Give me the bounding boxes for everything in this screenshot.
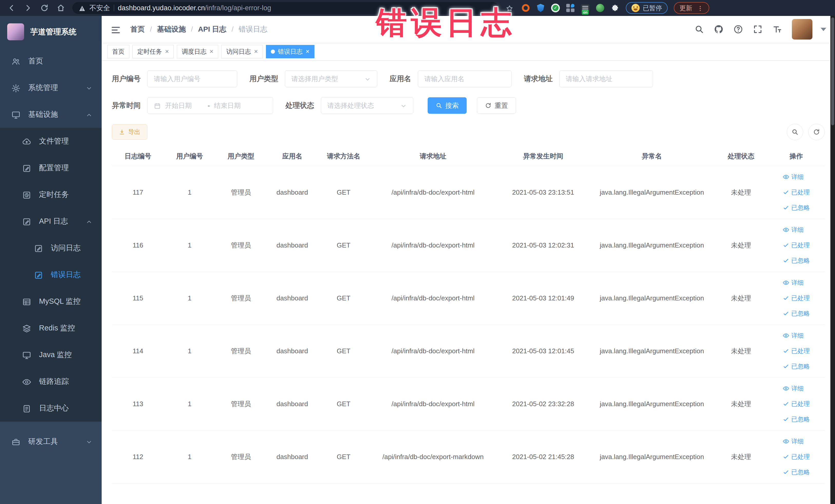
fullscreen-icon[interactable] (753, 24, 762, 34)
green-check-extension-icon[interactable]: ✓ (551, 3, 560, 13)
scrollbar-thumb[interactable] (831, 18, 834, 125)
detail-link[interactable]: 详细 (782, 173, 804, 181)
avatar-caret-down-icon[interactable] (821, 28, 826, 31)
blue-shield-extension-icon[interactable] (536, 3, 545, 13)
browser-update-badge[interactable]: 更新 (674, 2, 709, 14)
request-url-input[interactable] (559, 70, 653, 87)
tab-error-log[interactable]: 错误日志 (266, 45, 314, 58)
security-warning-icon[interactable] (79, 4, 86, 12)
tab-schedule-log[interactable]: 调度日志 (177, 45, 218, 58)
table-row: 117 1 管理员 dashboard GET /api/infra/db-do… (112, 166, 825, 219)
detail-link[interactable]: 详细 (782, 331, 804, 340)
sidebar-item-redis-monitor[interactable]: Redis 监控 (0, 315, 102, 341)
user-id-input[interactable] (147, 70, 237, 87)
cell-log-id: 112 (112, 430, 164, 483)
detail-link[interactable]: 详细 (782, 279, 804, 287)
paused-profile-badge[interactable]: 已暂停 (626, 2, 668, 14)
sidebar-item-scheduled-jobs[interactable]: 定时任务 (0, 181, 102, 208)
user-type-select[interactable]: 请选择用户类型 (285, 70, 377, 87)
table-header-row: 日志编号用户编号用户类型应用名请求方法名请求地址异常发生时间异常名处理状态操作 (112, 147, 825, 166)
close-icon[interactable] (254, 47, 258, 56)
browser-home-button[interactable] (55, 2, 67, 14)
sidebar-item-mysql-monitor[interactable]: MySQL 监控 (0, 288, 102, 315)
sidebar-item-system-mgmt[interactable]: 系统管理 (0, 75, 102, 101)
mark-ignored-link[interactable]: 已忽略 (782, 309, 810, 318)
font-size-icon[interactable] (772, 24, 782, 34)
browser-forward-button[interactable] (22, 2, 34, 14)
tab-home[interactable]: 首页 (107, 45, 129, 58)
grid-extension-icon[interactable] (566, 3, 575, 13)
column-header: 处理状态 (714, 147, 768, 166)
export-button[interactable]: 导出 (112, 124, 147, 140)
tab-scheduled-jobs[interactable]: 定时任务 (133, 45, 174, 58)
mark-ignored-link[interactable]: 已忽略 (782, 468, 810, 476)
detail-link[interactable]: 详细 (782, 437, 804, 445)
start-date-input[interactable] (165, 102, 204, 109)
process-status-select[interactable]: 请选择处理状态 (321, 97, 413, 114)
sidebar-item-dev-tools[interactable]: 研发工具 (0, 428, 102, 455)
cell-log-id: 113 (112, 378, 164, 430)
mark-ignored-link[interactable]: 已忽略 (782, 204, 810, 212)
sidebar-item-infrastructure[interactable]: 基础设施 (0, 101, 102, 128)
hamburger-icon[interactable] (110, 23, 121, 36)
user-avatar[interactable] (792, 19, 812, 40)
mark-processed-link[interactable]: 已处理 (782, 294, 810, 302)
search-button[interactable]: 搜索 (428, 97, 467, 114)
browser-back-button[interactable] (5, 2, 18, 14)
close-icon[interactable] (209, 47, 213, 56)
people-icon (11, 56, 21, 66)
mark-processed-link[interactable]: 已处理 (782, 400, 810, 408)
sidebar-item-api-log[interactable]: API 日志 (0, 208, 102, 235)
app-logo-row[interactable]: 芋道管理系统 (0, 16, 102, 48)
sidebar-bottom-section: 研发工具 (0, 422, 102, 504)
sidebar-item-log-center[interactable]: 日志中心 (0, 395, 102, 422)
mark-ignored-link[interactable]: 已忽略 (782, 415, 810, 423)
sidebar-item-access-log[interactable]: 访问日志 (0, 235, 102, 261)
app-logo-image (7, 23, 24, 40)
page-url[interactable]: dashboard.yudao.iocoder.cn/infra/log/api… (118, 4, 271, 12)
detail-link[interactable]: 详细 (782, 384, 804, 392)
extensions-puzzle-icon[interactable] (610, 3, 619, 13)
breadcrumb-item-home[interactable]: 首页 (130, 24, 157, 34)
table-row: 113 1 管理员 dashboard GET /api/infra/db-do… (112, 378, 825, 430)
switch-extension-icon[interactable]: on (581, 3, 590, 13)
sidebar-item-tracing[interactable]: 链路追踪 (0, 368, 102, 395)
mark-ignored-link[interactable]: 已忽略 (782, 362, 810, 370)
exception-time-range[interactable]: - (147, 97, 273, 114)
help-icon[interactable] (733, 24, 743, 34)
address-bar[interactable]: 不安全 dashboard.yudao.iocoder.cn/infra/log… (73, 2, 498, 14)
infrastructure-submenu: 文件管理 配置管理 定时任务 API 日志 访问日志 (0, 128, 102, 422)
search-icon[interactable] (694, 24, 704, 34)
end-date-input[interactable] (214, 102, 252, 109)
app-name-input[interactable] (418, 70, 512, 87)
breadcrumb-item-infrastructure[interactable]: 基础设施 (157, 24, 198, 34)
sidebar-item-error-log[interactable]: 错误日志 (0, 261, 102, 288)
sidebar-item-config-mgmt[interactable]: 配置管理 (0, 155, 102, 181)
security-label[interactable]: 不安全 (89, 3, 110, 13)
browser-menu-dots-icon[interactable] (697, 4, 704, 12)
close-icon[interactable] (165, 47, 169, 56)
sidebar-item-java-monitor[interactable]: Java 监控 (0, 341, 102, 368)
browser-reload-button[interactable] (38, 2, 51, 14)
sidebar-item-file-mgmt[interactable]: 文件管理 (0, 128, 102, 155)
cell-exception-time: 2021-05-03 12:01:45 (497, 324, 590, 378)
close-icon[interactable] (306, 47, 309, 56)
breadcrumb-item-api-log[interactable]: API 日志 (198, 24, 239, 34)
detail-link[interactable]: 详细 (782, 226, 804, 234)
page-scrollbar[interactable] (830, 16, 835, 504)
orange-ring-extension-icon[interactable] (521, 3, 530, 13)
github-icon[interactable] (714, 24, 724, 34)
mark-processed-link[interactable]: 已处理 (782, 452, 810, 461)
mark-ignored-link[interactable]: 已忽略 (782, 257, 810, 265)
mark-processed-link[interactable]: 已处理 (782, 347, 810, 355)
sidebar-item-home[interactable]: 首页 (0, 48, 102, 75)
toggle-search-icon-button[interactable] (787, 124, 803, 140)
mark-processed-link[interactable]: 已处理 (782, 188, 810, 196)
mark-processed-link[interactable]: 已处理 (782, 241, 810, 249)
refresh-table-icon-button[interactable] (808, 124, 825, 140)
bookmark-star-icon[interactable] (506, 4, 513, 12)
tab-access-log[interactable]: 访问日志 (221, 45, 263, 58)
cell-request-method: GET (318, 430, 369, 483)
green-leaf-extension-icon[interactable] (595, 3, 605, 13)
reset-button[interactable]: 重置 (477, 97, 516, 114)
